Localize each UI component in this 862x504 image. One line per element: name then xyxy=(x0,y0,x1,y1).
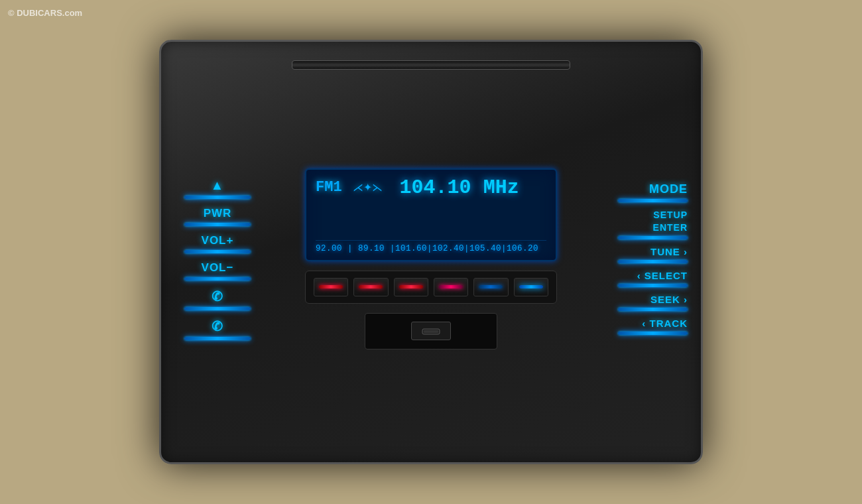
usb-icon xyxy=(421,325,441,337)
preset-3-light xyxy=(399,285,423,288)
eject-icon: ▲ xyxy=(211,178,225,193)
select-button[interactable]: ‹ SELECT xyxy=(611,270,688,287)
display-screen: FM1 ⋌✦⋋ 104.10 MHz 92.00 | 89.10 |101.60… xyxy=(305,168,557,261)
call-button[interactable]: ✆ xyxy=(181,288,254,310)
right-panel: MODE SETUP ENTER TUNE › ‹ SELECT SEEK › xyxy=(601,182,688,334)
pwr-bar xyxy=(184,223,251,226)
seek-bar xyxy=(618,308,688,311)
preset-5-light xyxy=(479,285,503,288)
preset-1-light xyxy=(319,285,343,288)
vol-minus-label: VOL− xyxy=(202,261,234,275)
call-bar xyxy=(184,307,251,310)
vol-plus-button[interactable]: VOL+ xyxy=(181,234,254,253)
center-panel: FM1 ⋌✦⋋ 104.10 MHz 92.00 | 89.10 |101.60… xyxy=(261,168,601,349)
usb-aux-area xyxy=(365,313,497,349)
select-bar xyxy=(618,284,688,287)
preset-button-4[interactable] xyxy=(434,278,468,296)
seek-button[interactable]: SEEK › xyxy=(611,294,688,311)
cd-slot[interactable] xyxy=(292,60,570,70)
preset-button-2[interactable] xyxy=(353,278,388,296)
mode-button[interactable]: MODE xyxy=(611,182,688,202)
track-label: ‹ TRACK xyxy=(642,318,688,329)
preset-buttons-row xyxy=(305,271,557,304)
pwr-button[interactable]: PWR xyxy=(181,207,254,226)
vol-minus-bar xyxy=(184,277,251,281)
watermark: © DUBICARS.com xyxy=(8,8,82,18)
eject-button[interactable]: ▲ xyxy=(181,178,254,199)
display-mode: FM1 xyxy=(316,179,342,196)
tune-button[interactable]: TUNE › xyxy=(611,246,688,263)
main-controls-row: ▲ PWR VOL+ VOL− ✆ ✆ xyxy=(174,68,688,449)
tune-bar xyxy=(618,260,688,263)
preset-4-light xyxy=(439,285,463,288)
seek-label: SEEK › xyxy=(650,294,688,305)
vol-minus-button[interactable]: VOL− xyxy=(181,261,254,281)
car-stereo-unit: ▲ PWR VOL+ VOL− ✆ ✆ xyxy=(159,40,703,464)
setup-enter-label: SETUP ENTER xyxy=(653,209,688,233)
mode-label: MODE xyxy=(649,182,688,196)
display-frequency: 104.10 MHz xyxy=(400,176,519,199)
usb-port[interactable] xyxy=(411,322,451,340)
display-presets: 92.00 | 89.10 |101.60|102.40|105.40|106.… xyxy=(316,240,546,253)
end-call-button[interactable]: ✆ xyxy=(181,318,254,340)
pwr-label: PWR xyxy=(204,207,232,220)
preset-button-6[interactable] xyxy=(514,278,548,296)
vol-plus-label: VOL+ xyxy=(202,234,234,247)
call-icon: ✆ xyxy=(212,288,223,304)
setup-enter-bar xyxy=(618,236,688,239)
setup-enter-button[interactable]: SETUP ENTER xyxy=(611,209,688,239)
vol-plus-bar xyxy=(184,250,251,253)
preset-6-light xyxy=(519,285,543,288)
select-label: ‹ SELECT xyxy=(637,270,688,281)
preset-2-light xyxy=(359,285,383,288)
left-panel: ▲ PWR VOL+ VOL− ✆ ✆ xyxy=(174,178,261,340)
preset-button-3[interactable] xyxy=(394,278,428,296)
display-rds-icon: ⋌✦⋋ xyxy=(353,181,383,194)
eject-bar xyxy=(184,196,251,199)
track-bar xyxy=(618,332,688,335)
svg-rect-1 xyxy=(424,330,438,333)
end-call-bar xyxy=(184,337,251,340)
track-button[interactable]: ‹ TRACK xyxy=(611,318,688,335)
preset-button-1[interactable] xyxy=(314,278,348,296)
preset-button-5[interactable] xyxy=(473,278,508,296)
end-call-icon: ✆ xyxy=(212,318,223,334)
tune-label: TUNE › xyxy=(650,246,688,257)
mode-bar xyxy=(618,199,688,202)
display-top-row: FM1 ⋌✦⋋ 104.10 MHz xyxy=(316,176,546,199)
